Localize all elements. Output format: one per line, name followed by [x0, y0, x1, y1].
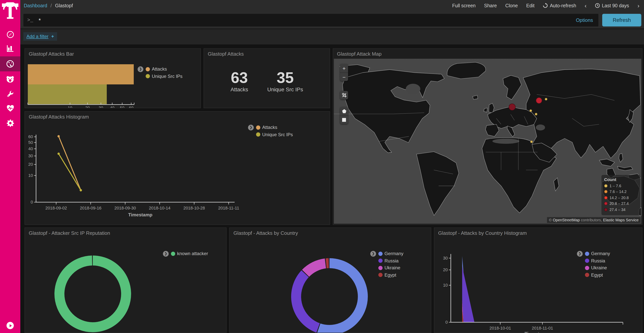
- bar-chart-icon: [6, 44, 14, 52]
- legend: ❯GermanyRussiaUkraineEgypt: [577, 250, 610, 278]
- legend-label[interactable]: Germany: [591, 251, 610, 256]
- sidebar-collapse-button[interactable]: [6, 322, 14, 329]
- auto-refresh-button[interactable]: Auto-refresh: [543, 3, 576, 8]
- time-back-button[interactable]: ‹: [584, 3, 586, 9]
- legend-item[interactable]: Unique Src IPs: [248, 131, 293, 138]
- legend-item[interactable]: ❯Attacks: [248, 124, 293, 131]
- legend-label[interactable]: Germany: [384, 251, 404, 256]
- legend-item[interactable]: ❯Germany: [577, 250, 610, 257]
- legend-label[interactable]: Unique Src IPs: [152, 74, 182, 79]
- map-legend: Count 1 – 7.67.6 – 14.214.2 – 20.820.8 –…: [602, 175, 640, 215]
- map-zoom-out-button[interactable]: −: [340, 73, 348, 81]
- sidebar-item-dashboard[interactable]: [0, 56, 20, 71]
- x-tick-label: 2018-09-02: [46, 206, 67, 210]
- legend-label[interactable]: Attacks: [152, 67, 167, 72]
- time-range-button[interactable]: Last 90 days: [595, 3, 629, 8]
- legend-label[interactable]: known attacker: [177, 251, 208, 256]
- legend-label[interactable]: Ukraine: [591, 265, 607, 271]
- map-draw-polygon-button[interactable]: [340, 107, 348, 116]
- edit-button[interactable]: Edit: [526, 3, 534, 8]
- legend-item[interactable]: Russia: [577, 257, 610, 264]
- bar-attacks: [28, 64, 134, 84]
- add-filter-button[interactable]: Add a filter +: [24, 32, 57, 41]
- legend-toggle-icon[interactable]: ❯: [138, 66, 143, 72]
- sidebar-item-dev-tools[interactable]: [0, 87, 20, 101]
- sidebar-item-visualize[interactable]: [0, 41, 20, 55]
- time-forward-button[interactable]: ›: [638, 3, 640, 9]
- legend-label[interactable]: Egypt: [591, 272, 603, 278]
- legend-label[interactable]: Ukraine: [384, 265, 400, 271]
- metric-value: 63: [230, 70, 248, 86]
- options-link[interactable]: Options: [576, 14, 593, 27]
- legend-color-dot[interactable]: [146, 74, 150, 79]
- legend-color-dot[interactable]: [256, 133, 260, 137]
- legend-color-dot[interactable]: [585, 259, 589, 263]
- legend-item[interactable]: Unique Src IPs: [138, 73, 182, 80]
- world-map[interactable]: + −: [334, 59, 641, 224]
- legend-color-dot[interactable]: [171, 252, 175, 256]
- legend-color-dot[interactable]: [585, 273, 589, 277]
- legend-toggle-icon[interactable]: ❯: [577, 251, 583, 257]
- legend-color-dot[interactable]: [256, 125, 260, 130]
- legend-item[interactable]: Egypt: [370, 271, 404, 278]
- legend-item[interactable]: Ukraine: [370, 264, 404, 271]
- legend-label[interactable]: Attacks: [262, 125, 277, 130]
- legend-toggle-icon[interactable]: ❯: [370, 251, 376, 257]
- country-donut-chart[interactable]: [230, 228, 431, 333]
- legend-color-dot[interactable]: [378, 252, 382, 256]
- sidebar-item-discover[interactable]: [0, 27, 20, 42]
- legend-color-dot[interactable]: [378, 259, 382, 263]
- legend-item[interactable]: ❯Attacks: [138, 66, 182, 73]
- legend-label[interactable]: Egypt: [384, 272, 396, 278]
- legend-color-dot[interactable]: [378, 273, 382, 277]
- breadcrumb-dashboard-link[interactable]: Dashboard: [24, 3, 47, 8]
- legend-item[interactable]: Egypt: [577, 271, 610, 278]
- x-tick-label: 2018-11-11: [218, 206, 239, 210]
- legend-color-dot[interactable]: [585, 252, 589, 256]
- sidebar-item-management[interactable]: [0, 116, 20, 130]
- reputation-donut-chart[interactable]: [25, 228, 226, 333]
- legend: ❯AttacksUnique Src IPs: [138, 66, 182, 80]
- legend-color-dot[interactable]: [585, 266, 589, 270]
- heartbeat-icon: [6, 105, 14, 112]
- share-button[interactable]: Share: [484, 3, 497, 8]
- map-zoom-in-button[interactable]: +: [340, 64, 348, 73]
- legend-color-dot[interactable]: [146, 67, 150, 71]
- map-marker-egypt[interactable]: [530, 140, 533, 143]
- legend-label[interactable]: Unique Src IPs: [262, 132, 293, 137]
- osm-link[interactable]: OpenStreetMap: [553, 218, 580, 222]
- panel-src-ip-reputation: Glastopf - Attacker Src IP Reputation ❯k…: [24, 227, 226, 333]
- legend-label[interactable]: Russia: [591, 258, 605, 263]
- sidebar-item-timelion[interactable]: [0, 72, 20, 86]
- copyright-icon: ©: [549, 218, 552, 222]
- map-legend-label: 7.6 – 14.2: [610, 190, 626, 194]
- search-input[interactable]: >_ * Options: [24, 14, 598, 27]
- panel-title: Glastopf - Attacks by Country Histogram: [438, 230, 527, 236]
- legend-item[interactable]: ❯known attacker: [163, 250, 208, 257]
- legend-item[interactable]: ❯Germany: [370, 250, 404, 257]
- map-fit-data-button[interactable]: [340, 91, 348, 99]
- map-draw-rect-button[interactable]: [340, 116, 348, 124]
- map-legend-dot: [604, 190, 608, 194]
- clone-button[interactable]: Clone: [505, 3, 518, 8]
- ems-link[interactable]: Elastic Maps Service: [603, 218, 639, 222]
- full-screen-button[interactable]: Full screen: [452, 3, 476, 8]
- map-marker-germany[interactable]: [508, 103, 516, 110]
- donut-slice-known attacker: [60, 260, 126, 327]
- metric-label: Unique Src IPs: [268, 86, 303, 93]
- legend-item[interactable]: Ukraine: [577, 264, 610, 271]
- legend-toggle-icon[interactable]: ❯: [248, 125, 254, 130]
- legend-toggle-icon[interactable]: ❯: [163, 251, 169, 257]
- legend-item[interactable]: Russia: [370, 257, 404, 264]
- legend-color-dot[interactable]: [378, 266, 382, 270]
- square-icon: [342, 118, 346, 122]
- x-tick-label: 2018-10-14: [149, 206, 170, 210]
- legend: ❯known attacker: [163, 250, 208, 257]
- map-fit-control: [340, 91, 348, 99]
- sidebar-item-monitoring[interactable]: [0, 101, 20, 116]
- crop-icon: [342, 93, 346, 97]
- map-legend-item: 14.2 – 20.8: [604, 195, 638, 201]
- legend-label[interactable]: Russia: [384, 258, 398, 263]
- country-histogram-chart[interactable]: 01020302018-10-012018-11-01Timestamp: [434, 228, 642, 333]
- refresh-button[interactable]: Refresh: [602, 14, 641, 27]
